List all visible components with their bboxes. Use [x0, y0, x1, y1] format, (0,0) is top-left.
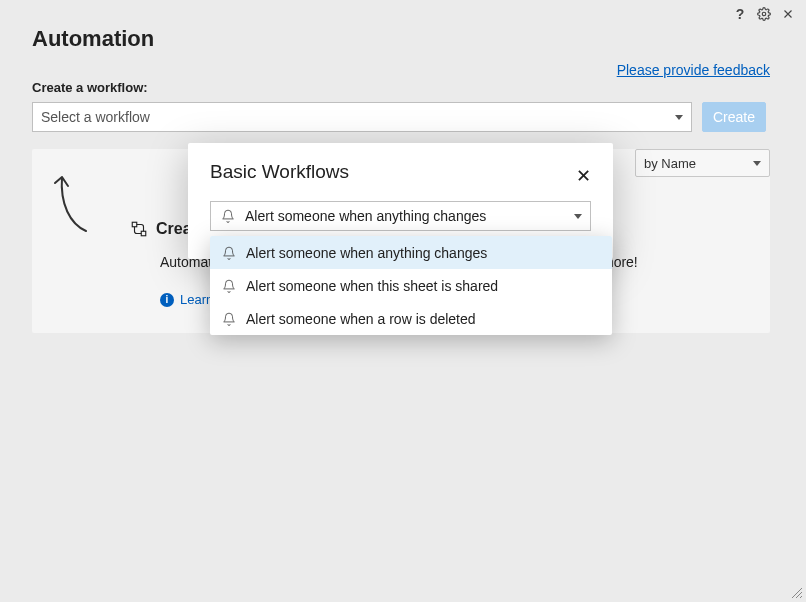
bell-icon	[222, 279, 236, 293]
curved-arrow-icon	[50, 174, 90, 234]
workflow-select[interactable]: Select a workflow	[32, 102, 692, 132]
dropdown-option[interactable]: Alert someone when anything changes	[210, 236, 612, 269]
workflow-icon	[130, 220, 148, 238]
modal-header: Basic Workflows ✕	[188, 143, 613, 201]
modal-workflow-select[interactable]: Alert someone when anything changes	[210, 201, 591, 231]
feedback-link[interactable]: Please provide feedback	[617, 62, 770, 78]
chevron-down-icon	[675, 115, 683, 120]
resize-handle[interactable]	[790, 586, 804, 600]
chevron-down-icon	[753, 161, 761, 166]
bell-icon	[222, 312, 236, 326]
svg-rect-2	[141, 231, 146, 236]
modal-workflow-dropdown: Alert someone when anything changes Aler…	[210, 236, 612, 335]
bell-icon	[222, 246, 236, 260]
dropdown-option-label: Alert someone when a row is deleted	[246, 311, 476, 327]
automation-panel: ? Automation Please provide feedback Cre…	[0, 0, 806, 602]
dropdown-option-label: Alert someone when this sheet is shared	[246, 278, 498, 294]
page-title: Automation	[32, 26, 154, 52]
panel-controls: ?	[732, 6, 796, 22]
modal-selected-value: Alert someone when anything changes	[245, 208, 486, 224]
chevron-down-icon	[574, 214, 582, 219]
modal-title: Basic Workflows	[210, 161, 349, 183]
svg-rect-1	[132, 222, 137, 227]
gear-icon[interactable]	[756, 6, 772, 22]
dropdown-option[interactable]: Alert someone when this sheet is shared	[210, 269, 612, 302]
bell-icon	[221, 209, 235, 223]
dropdown-option[interactable]: Alert someone when a row is deleted	[210, 302, 612, 335]
info-icon: i	[160, 293, 174, 307]
modal-close-button[interactable]: ✕	[576, 167, 591, 185]
workflow-select-placeholder: Select a workflow	[41, 109, 150, 125]
help-icon[interactable]: ?	[732, 6, 748, 22]
create-button[interactable]: Create	[702, 102, 766, 132]
dropdown-option-label: Alert someone when anything changes	[246, 245, 487, 261]
close-icon[interactable]	[780, 6, 796, 22]
create-workflow-label: Create a workflow:	[32, 80, 148, 95]
svg-point-0	[762, 12, 766, 16]
sort-select-value: by Name	[644, 156, 696, 171]
sort-select[interactable]: by Name	[635, 149, 770, 177]
